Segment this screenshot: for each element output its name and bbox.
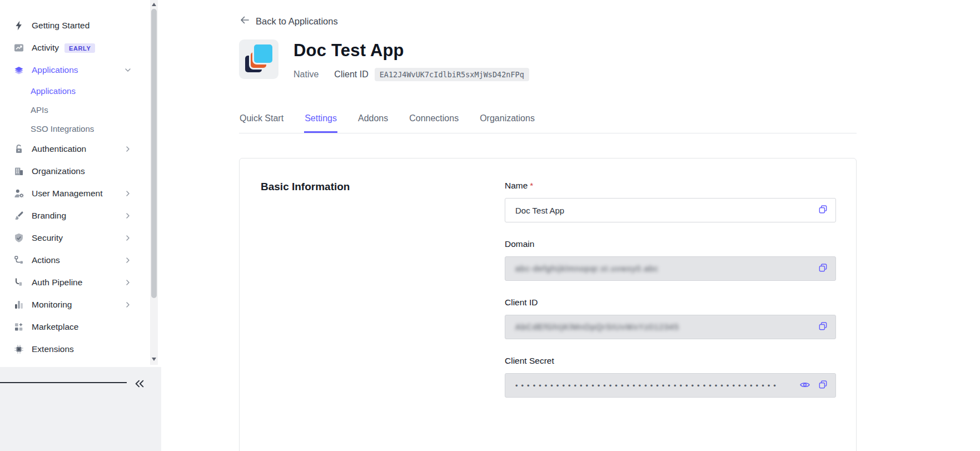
client-secret-input: ••••••••••••••••••••••••••••••••••••••••… xyxy=(505,373,836,398)
tab-organizations[interactable]: Organizations xyxy=(479,112,535,133)
client-id-label: Client ID xyxy=(505,298,836,308)
sidebar-item-getting-started[interactable]: Getting Started xyxy=(0,14,150,37)
client-secret-field: Client Secret•••••••••••••••••••••••••••… xyxy=(505,356,836,398)
name-label: Name* xyxy=(505,181,836,191)
chevron-right-icon xyxy=(123,256,132,265)
back-link-label: Back to Applications xyxy=(256,16,338,27)
activity-icon xyxy=(13,42,24,53)
sidebar-item-sso-integrations[interactable]: SSO Integrations xyxy=(0,119,150,138)
copy-client-secret-button[interactable] xyxy=(817,379,829,391)
user-gear-icon xyxy=(13,188,24,199)
flow-icon xyxy=(13,255,24,266)
name-value: Doc Test App xyxy=(515,206,564,215)
name-field: Name*Doc Test App xyxy=(505,181,836,222)
reveal-client-secret-button[interactable] xyxy=(799,379,811,391)
sidebar-item-label: Extensions xyxy=(32,344,74,354)
copy-domain-button[interactable] xyxy=(817,262,829,275)
sidebar-item-apis[interactable]: APIs xyxy=(0,100,150,119)
sidebar-item-applications-sub[interactable]: Applications xyxy=(0,81,150,100)
lock-icon xyxy=(13,143,24,155)
sidebar-item-label: Branding xyxy=(32,211,66,221)
sidebar-item-label: Authentication xyxy=(32,144,86,154)
sidebar-item-label: Auth Pipeline xyxy=(32,277,82,288)
tab-addons[interactable]: Addons xyxy=(357,112,389,133)
building-icon xyxy=(13,166,24,177)
sidebar-item-security[interactable]: Security xyxy=(0,227,150,249)
double-chevron-left-icon xyxy=(133,379,146,390)
sidebar-item-activity[interactable]: ActivityEARLY xyxy=(0,37,150,59)
tab-bar: Quick StartSettingsAddonsConnectionsOrga… xyxy=(239,112,857,133)
chevron-right-icon xyxy=(123,300,132,309)
sidebar-item-label: User Management xyxy=(32,189,103,199)
sidebar-item-monitoring[interactable]: Monitoring xyxy=(0,294,150,316)
sidebar-item-label: SSO Integrations xyxy=(31,124,94,133)
sidebar-item-applications[interactable]: Applications xyxy=(0,59,150,81)
back-arrow-icon xyxy=(239,14,250,28)
sidebar-item-label: Applications xyxy=(32,65,78,75)
app-header: Doc Test App Native Client ID EA12J4WvUK… xyxy=(239,39,980,81)
shield-icon xyxy=(13,232,24,244)
chevron-right-icon xyxy=(123,234,132,242)
sidebar-collapse-button[interactable] xyxy=(132,378,147,391)
sidebar-item-user-management[interactable]: User Management xyxy=(0,182,150,205)
sidebar-item-label: Marketplace xyxy=(32,322,78,332)
tab-connections[interactable]: Connections xyxy=(409,112,459,133)
chart-bars-icon xyxy=(13,299,24,310)
sidebar-nav: Getting StartedActivityEARLYApplications… xyxy=(0,0,150,360)
sidebar-item-authentication[interactable]: Authentication xyxy=(0,138,150,160)
sidebar-item-auth-pipeline[interactable]: Auth Pipeline xyxy=(0,271,150,294)
grid-plus-icon xyxy=(13,321,24,333)
client-id-chip[interactable]: EA12J4WvUK7cIdlbiR5sxMjWsD42nFPq xyxy=(375,68,529,81)
pipeline-icon xyxy=(13,277,24,288)
copy-name-button[interactable] xyxy=(817,204,829,216)
app-type-label: Native xyxy=(293,70,319,80)
scrollbar-thumb[interactable] xyxy=(151,9,157,298)
chevron-right-icon xyxy=(123,145,132,153)
sidebar-item-label: Applications xyxy=(31,86,76,96)
sidebar-item-label: Actions xyxy=(32,255,60,265)
copy-icon xyxy=(818,321,828,333)
sidebar-item-label: Organizations xyxy=(32,166,85,176)
name-input[interactable]: Doc Test App xyxy=(505,198,836,222)
chevron-right-icon xyxy=(123,211,132,220)
sidebar-item-organizations[interactable]: Organizations xyxy=(0,160,150,182)
sidebar-resize-divider[interactable] xyxy=(0,382,127,383)
back-to-applications-link[interactable]: Back to Applications xyxy=(239,14,338,28)
client-secret-value: ••••••••••••••••••••••••••••••••••••••••… xyxy=(515,381,777,390)
required-asterisk: * xyxy=(530,181,533,190)
domain-value-redacted: abc-defghijklmnopqr.st.uvwxy0.abc xyxy=(515,264,659,273)
scrollbar-up-arrow-icon[interactable] xyxy=(152,3,156,6)
client-secret-label: Client Secret xyxy=(505,356,836,366)
section-title: Basic Information xyxy=(261,181,505,193)
domain-field: Domainabc-defghijklmnopqr.st.uvwxy0.abc xyxy=(505,239,836,281)
client-id-field: Client IDAbCdEfGhIjKlMnOpQrStUvWxYz01234… xyxy=(505,298,836,339)
chip-icon xyxy=(13,344,24,355)
early-badge: EARLY xyxy=(64,43,95,53)
tab-quick-start[interactable]: Quick Start xyxy=(239,112,284,133)
domain-label: Domain xyxy=(505,239,836,249)
scrollbar-down-arrow-icon[interactable] xyxy=(152,358,156,361)
sidebar-item-label: Activity xyxy=(32,43,59,53)
tab-settings[interactable]: Settings xyxy=(304,112,337,133)
layers-icon xyxy=(13,65,24,76)
sidebar-footer xyxy=(0,367,161,451)
sidebar-item-label: Monitoring xyxy=(32,300,72,310)
sidebar-item-actions[interactable]: Actions xyxy=(0,249,150,271)
copy-icon xyxy=(818,262,828,275)
sidebar-item-marketplace[interactable]: Marketplace xyxy=(0,316,150,338)
brush-icon xyxy=(13,210,24,221)
sidebar-item-extensions[interactable]: Extensions xyxy=(0,338,150,360)
copy-client-id-button[interactable] xyxy=(817,321,829,333)
sidebar-scrollbar[interactable] xyxy=(150,0,158,365)
logo-cyan-square xyxy=(254,44,272,63)
client-id-input: AbCdEfGhIjKlMnOpQrStUvWxYz012345 xyxy=(505,315,836,339)
sidebar-item-label: Security xyxy=(32,233,63,243)
client-id-label: Client ID xyxy=(334,70,368,80)
sidebar-item-branding[interactable]: Branding xyxy=(0,205,150,227)
sidebar-item-label: APIs xyxy=(31,105,48,115)
domain-input: abc-defghijklmnopqr.st.uvwxy0.abc xyxy=(505,256,836,281)
eye-icon xyxy=(799,379,810,392)
page-title: Doc Test App xyxy=(293,41,529,61)
basic-information-form: Name*Doc Test AppDomainabc-defghijklmnop… xyxy=(505,181,836,435)
settings-card: Basic Information Name*Doc Test AppDomai… xyxy=(239,158,857,451)
